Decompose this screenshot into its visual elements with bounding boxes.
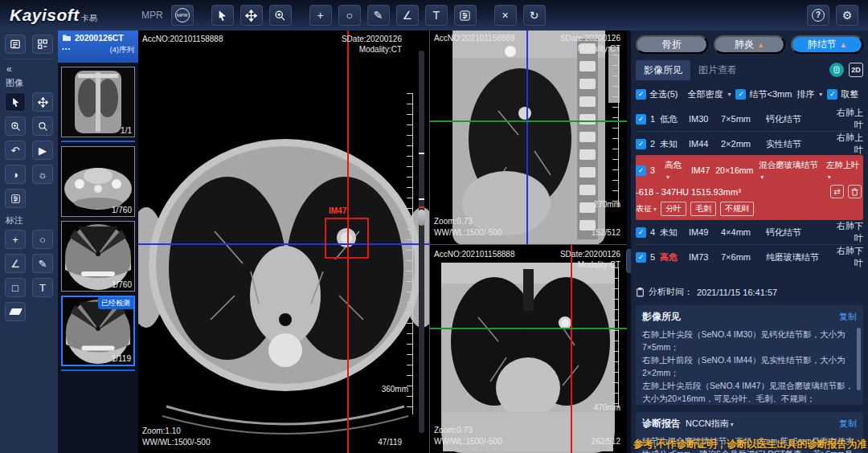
axial-viewport[interactable]: IM47 360mm AccNO:202101158888 SDate:2020… [138, 31, 430, 453]
thumbnail-series-3[interactable]: 1/760 [61, 221, 135, 292]
select-all-checkbox[interactable]: ✓ 全选(5) [636, 88, 678, 100]
findings-scrollbar[interactable] [857, 328, 861, 390]
2d-mode-icon[interactable]: 2D [849, 63, 863, 77]
crosshair-tool-button[interactable]: + [309, 5, 332, 26]
feature-dropdown[interactable]: 表征▾ [636, 203, 657, 214]
chevron-down-icon: ▾ [653, 206, 657, 213]
pill-label: 肺结节 [808, 38, 837, 51]
settings-button[interactable]: ⚙ [836, 5, 858, 26]
zoom-in-tool-button[interactable] [269, 5, 292, 26]
nodule-risk-dropdown[interactable]: 高危▾ [665, 160, 686, 181]
nodule-type-dropdown[interactable]: 混合磨玻璃结节▾ [759, 160, 821, 181]
help-button[interactable]: ? [807, 5, 829, 26]
guideline-dropdown[interactable]: NCCN指南▾ [686, 418, 734, 430]
layout-button[interactable] [32, 35, 53, 54]
side-crosshair-button[interactable]: + [5, 230, 26, 249]
side-play-button[interactable]: ▶ [32, 141, 53, 160]
report-icon[interactable] [829, 63, 844, 77]
reset-tool-button[interactable]: ↻ [523, 5, 546, 26]
sagittal-ct-image [430, 31, 627, 245]
checkbox-icon[interactable]: ✓ [636, 227, 646, 238]
pointer-tool-button[interactable] [211, 5, 234, 26]
checkbox-icon[interactable]: ✓ [636, 252, 646, 263]
nodule-row-5[interactable]: ✓5 高危 IM73 7×6mm 纯磨玻璃结节 右肺下叶 [636, 244, 863, 268]
side-pan-button[interactable] [32, 92, 53, 112]
series-list-button[interactable] [5, 35, 26, 54]
compare-button[interactable]: ⇄ [830, 185, 844, 198]
collapse-sidebar-button[interactable]: « [6, 63, 53, 75]
side-rotate-button[interactable]: ↶ [5, 141, 26, 160]
nodule-type: 钙化结节 [766, 226, 830, 239]
ellipse-tool-button[interactable]: ○ [338, 5, 361, 26]
nodule-risk: 高危 [665, 160, 682, 169]
nodule-location: 右肺上叶 [830, 107, 863, 131]
category-pneumonia-button[interactable]: 肺炎 ▲ [714, 35, 786, 54]
eraser-icon [9, 308, 23, 315]
ellipse-icon: ○ [346, 10, 352, 21]
round-checkbox[interactable]: ✓ 取整 [827, 88, 858, 100]
slice-slider-thumb[interactable] [418, 210, 425, 226]
side-text-button[interactable]: T [32, 278, 53, 297]
mpr-mode-button[interactable]: MPR [171, 5, 194, 26]
study-header[interactable]: 20200126CT ••• (4)序列 [58, 31, 138, 63]
chevron-down-icon: ▾ [731, 421, 734, 428]
small-nodule-checkbox[interactable]: ✓ 结节<3mm [735, 88, 792, 100]
nodule-roi-box[interactable] [325, 218, 369, 259]
series-count: (4)序列 [109, 45, 134, 55]
delete-button[interactable] [848, 185, 862, 198]
nodule-row-4[interactable]: ✓4 未知 IM49 4×4mm 钙化结节 右肺下叶 [636, 220, 863, 244]
axial-crosshair-horizontal[interactable] [138, 243, 429, 245]
side-pencil-button[interactable]: ✎ [32, 254, 53, 273]
category-fracture-button[interactable]: 骨折 [636, 35, 708, 54]
close-tool-button[interactable]: × [494, 5, 517, 26]
coronal-crosshair-vertical[interactable] [571, 245, 572, 453]
side-windowing-button[interactable] [5, 189, 26, 208]
measure-tool-button[interactable]: ✎ [367, 5, 390, 26]
nodule-location-dropdown[interactable]: 左肺上叶▾ [826, 160, 863, 181]
tab-image-view[interactable]: 图片查看 [690, 60, 745, 80]
pan-tool-button[interactable] [240, 5, 263, 26]
copy-findings-link[interactable]: 复制 [839, 311, 857, 323]
side-angle-button[interactable]: ∠ [5, 254, 26, 273]
text-tool-button[interactable]: T [425, 5, 448, 26]
copy-diagnosis-link[interactable]: 复制 [839, 418, 857, 430]
nodule-size: 2×2mm [721, 139, 766, 149]
checkbox-icon[interactable]: ✓ [636, 165, 646, 176]
side-zoom-in-button[interactable] [5, 116, 26, 136]
contrast-icon: ◑ [12, 169, 18, 180]
rotate-left-icon: ↶ [11, 145, 20, 156]
side-brightness-button[interactable]: ☼ [32, 165, 53, 184]
nodule-size: 20×16mm [715, 165, 753, 175]
nodule-row-1[interactable]: ✓1 低危 IM30 7×5mm 钙化结节 右肺上叶 [636, 107, 863, 131]
side-magnify-button[interactable] [32, 116, 53, 136]
side-invert-button[interactable]: ◑ [5, 165, 26, 184]
windowing-tool-button[interactable] [454, 5, 477, 26]
series-separator [61, 141, 135, 142]
thumbnail-scout[interactable]: 1/1 [61, 67, 135, 137]
coronal-crosshair-horizontal[interactable] [430, 328, 627, 329]
nodule-number: 4 [650, 227, 655, 237]
side-rect-button[interactable]: □ [5, 278, 26, 297]
tab-findings[interactable]: 影像所见 [636, 60, 690, 80]
sort-dropdown[interactable]: 排序 ▾ [796, 88, 822, 100]
sagittal-viewport[interactable]: 270mm AccNO:202101158888 SDate:20200126 … [430, 31, 627, 245]
sagittal-crosshair-horizontal[interactable] [430, 120, 627, 122]
trash-icon [851, 188, 858, 196]
density-dropdown[interactable]: 全部密度 ▾ [687, 88, 731, 100]
nodule-row-2[interactable]: ✓2 未知 IM44 2×2mm 实性结节 右肺上叶 [636, 131, 863, 155]
side-eraser-button[interactable] [5, 302, 26, 321]
checkbox-icon[interactable]: ✓ [636, 114, 646, 124]
side-ellipse-button[interactable]: ○ [32, 230, 53, 249]
sagittal-crosshair-vertical[interactable] [526, 31, 528, 244]
checkbox-icon[interactable]: ✓ [636, 139, 646, 149]
nodule-row-3-selected[interactable]: ✓3 高危▾ IM47 20×16mm 混合磨玻璃结节▾ 左肺上叶▾ -618 … [636, 155, 863, 220]
coronal-viewport[interactable]: 470mm AccNO:202101158888 SDate:20200126 … [430, 245, 627, 453]
thumbnail-series-4-selected[interactable]: 已经检测 1/119 [61, 296, 135, 366]
category-nodule-button[interactable]: 肺结节 ▲ [791, 35, 863, 54]
thumbnail-series-2[interactable]: 1/760 [61, 146, 135, 217]
chevron-down-icon: ▾ [727, 91, 731, 98]
side-pointer-button[interactable] [5, 92, 26, 112]
more-icon[interactable]: ••• [62, 45, 71, 55]
angle-tool-button[interactable]: ∠ [396, 5, 419, 26]
axial-slice-slider[interactable] [419, 51, 424, 433]
